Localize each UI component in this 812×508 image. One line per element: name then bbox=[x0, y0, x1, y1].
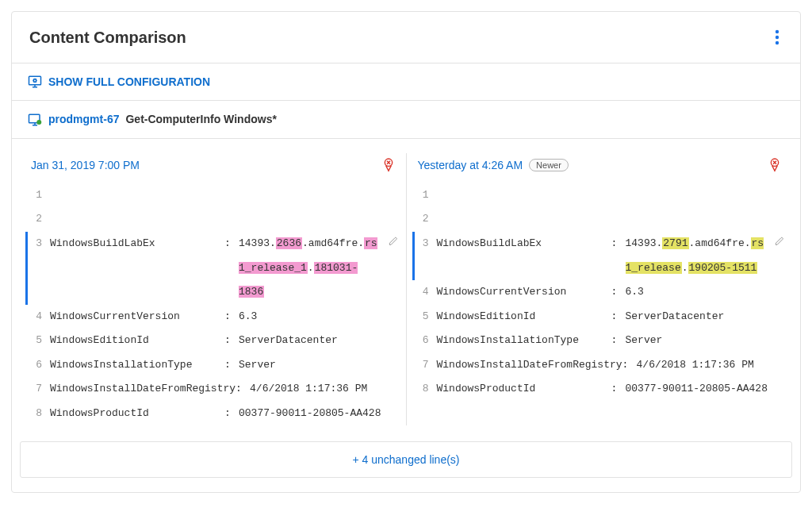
prop-key: WindowsEditionId bbox=[437, 305, 611, 329]
prop-sep: : bbox=[611, 232, 626, 280]
prop-value: ServerDatacenter bbox=[239, 329, 382, 353]
host-task-label: Get-ComputerInfo Windows* bbox=[125, 113, 276, 125]
content-comparison-card: Content Comparison SHOW FULL CONFIGURATI… bbox=[11, 11, 801, 493]
line-number: 1 bbox=[415, 183, 437, 208]
host-icon bbox=[28, 112, 42, 126]
right-pane-header: Yesterday at 4:26 AM Newer bbox=[415, 153, 785, 183]
code-line: 4WindowsCurrentVersion: 6.3 bbox=[415, 280, 785, 305]
svg-point-2 bbox=[776, 41, 779, 44]
line-number: 4 bbox=[28, 305, 50, 329]
left-pane: Jan 31, 2019 7:00 PM 123WindowsBuildLabE… bbox=[20, 153, 406, 426]
prop-sep: : bbox=[224, 353, 239, 378]
line-content: WindowsProductId: 00377-90011-20805-AA42… bbox=[437, 377, 769, 402]
line-content: WindowsInstallationType: Server bbox=[437, 329, 769, 353]
code-line: 5WindowsEditionId: ServerDatacenter bbox=[28, 329, 398, 353]
prop-key: WindowsProductId bbox=[437, 377, 611, 402]
code-line: 8WindowsProductId: 00377-90011-20805-AA4… bbox=[28, 402, 398, 426]
code-line: 7WindowsInstallDateFromRegistry: 4/6/201… bbox=[415, 353, 785, 378]
code-line: 2 bbox=[28, 207, 398, 232]
line-content: WindowsInstallationType: Server bbox=[50, 353, 382, 378]
prop-sep: : bbox=[611, 329, 626, 353]
line-content: WindowsProductId: 00377-90011-20805-AA42… bbox=[50, 402, 382, 426]
svg-rect-3 bbox=[29, 77, 41, 86]
left-snapshot-date[interactable]: Jan 31, 2019 7:00 PM bbox=[31, 159, 140, 171]
prop-value: 4/6/2018 1:17:36 PM bbox=[250, 377, 381, 402]
prop-key: WindowsInstallationType bbox=[50, 353, 224, 378]
prop-value: ServerDatacenter bbox=[626, 305, 769, 329]
newer-badge: Newer bbox=[529, 159, 569, 171]
edit-line-button[interactable] bbox=[768, 232, 784, 246]
prop-key: WindowsInstallDateFromRegistry bbox=[437, 353, 622, 378]
prop-sep: : bbox=[236, 377, 250, 402]
line-number: 5 bbox=[28, 329, 50, 353]
prop-key: WindowsCurrentVersion bbox=[50, 305, 224, 329]
right-code-block: 123WindowsBuildLabEx: 14393.2791.amd64fr… bbox=[415, 183, 785, 402]
line-content: WindowsEditionId: ServerDatacenter bbox=[50, 329, 382, 353]
line-number: 1 bbox=[28, 183, 50, 208]
line-content: WindowsEditionId: ServerDatacenter bbox=[437, 305, 769, 329]
line-number: 3 bbox=[415, 232, 437, 256]
line-number: 8 bbox=[28, 402, 50, 426]
edit-icon bbox=[775, 237, 784, 246]
code-line: 2 bbox=[415, 207, 785, 232]
line-number: 3 bbox=[28, 232, 50, 256]
right-pane: Yesterday at 4:26 AM Newer 123WindowsBui… bbox=[406, 153, 793, 426]
right-snapshot-date-label: Yesterday at 4:26 AM bbox=[418, 159, 523, 171]
code-line: 3WindowsBuildLabEx: 14393.2791.amd64fre.… bbox=[412, 232, 785, 280]
line-number: 6 bbox=[28, 353, 50, 378]
remove-badge-icon bbox=[382, 158, 395, 172]
host-bar: prodmgmt-67 Get-ComputerInfo Windows* bbox=[12, 101, 800, 138]
line-number: 2 bbox=[28, 207, 50, 232]
code-line: 6WindowsInstallationType: Server bbox=[28, 353, 398, 378]
right-remove-button[interactable] bbox=[768, 158, 781, 172]
left-pane-header: Jan 31, 2019 7:00 PM bbox=[28, 153, 398, 183]
prop-key: WindowsCurrentVersion bbox=[437, 280, 611, 305]
prop-sep: : bbox=[224, 329, 239, 353]
prop-sep: : bbox=[611, 305, 626, 329]
line-number: 2 bbox=[415, 207, 437, 232]
show-full-configuration-label: SHOW FULL CONFIGURATION bbox=[48, 75, 210, 88]
prop-key: WindowsInstallationType bbox=[437, 329, 611, 353]
prop-key: WindowsInstallDateFromRegistry bbox=[50, 377, 236, 402]
kebab-menu-button[interactable] bbox=[772, 26, 783, 48]
line-number: 7 bbox=[28, 377, 50, 402]
line-number: 4 bbox=[415, 280, 437, 305]
code-line: 4WindowsCurrentVersion: 6.3 bbox=[28, 305, 398, 329]
host-name-link[interactable]: prodmgmt-67 bbox=[48, 113, 119, 125]
prop-sep: : bbox=[224, 232, 239, 305]
line-content: WindowsBuildLabEx: 14393.2636.amd64fre.r… bbox=[50, 232, 382, 305]
prop-key: WindowsProductId bbox=[50, 402, 224, 426]
card-header: Content Comparison bbox=[12, 12, 800, 64]
edit-line-button[interactable] bbox=[382, 232, 398, 246]
prop-value: 6.3 bbox=[626, 280, 769, 305]
code-line: 3WindowsBuildLabEx: 14393.2636.amd64fre.… bbox=[25, 232, 398, 305]
right-snapshot-date[interactable]: Yesterday at 4:26 AM Newer bbox=[418, 159, 569, 171]
prop-value: Server bbox=[626, 329, 769, 353]
prop-sep: : bbox=[622, 353, 637, 378]
code-line: 6WindowsInstallationType: Server bbox=[415, 329, 785, 353]
svg-point-0 bbox=[776, 30, 779, 33]
compare-area: Jan 31, 2019 7:00 PM 123WindowsBuildLabE… bbox=[12, 139, 800, 434]
line-number: 8 bbox=[415, 377, 437, 402]
code-line: 5WindowsEditionId: ServerDatacenter bbox=[415, 305, 785, 329]
prop-key: WindowsBuildLabEx bbox=[50, 232, 224, 305]
expand-unchanged-button[interactable]: + 4 unchanged line(s) bbox=[20, 441, 792, 478]
edit-icon bbox=[389, 237, 398, 246]
prop-sep: : bbox=[224, 305, 239, 329]
prop-sep: : bbox=[224, 402, 239, 426]
prop-sep: : bbox=[611, 280, 626, 305]
line-number: 5 bbox=[415, 305, 437, 329]
prop-value: 14393.2636.amd64fre.rs1_release_1.181031… bbox=[239, 232, 382, 305]
page-title: Content Comparison bbox=[29, 29, 186, 47]
line-content: WindowsCurrentVersion: 6.3 bbox=[437, 280, 769, 305]
line-content: WindowsInstallDateFromRegistry: 4/6/2018… bbox=[50, 377, 382, 402]
line-number: 7 bbox=[415, 353, 437, 378]
code-line: 8WindowsProductId: 00377-90011-20805-AA4… bbox=[415, 377, 785, 402]
line-number: 6 bbox=[415, 329, 437, 353]
svg-point-4 bbox=[33, 79, 36, 82]
line-content: WindowsInstallDateFromRegistry: 4/6/2018… bbox=[437, 353, 769, 378]
remove-badge-icon bbox=[768, 158, 781, 172]
show-full-configuration-link[interactable]: SHOW FULL CONFIGURATION bbox=[12, 64, 800, 101]
prop-sep: : bbox=[611, 377, 626, 402]
left-remove-button[interactable] bbox=[382, 158, 395, 172]
